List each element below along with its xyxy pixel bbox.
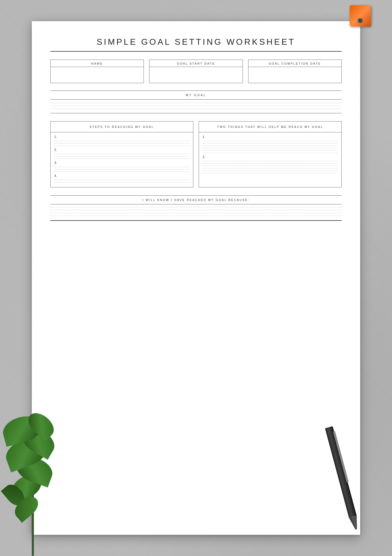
- start-date-field-box: GOAL START DATE: [149, 60, 243, 83]
- step-3-line-1: [54, 167, 189, 167]
- thing-2-number: 2.: [203, 155, 338, 159]
- name-label: NAME: [51, 60, 144, 67]
- bottom-dotted-4: [50, 216, 342, 216]
- completion-date-field-box: GOAL COMPLETION DATE: [248, 60, 342, 83]
- step-1-line-1: [54, 141, 189, 141]
- steps-box: STEPS TO REACHING MY GOAL 1. 2. 3.: [50, 121, 193, 187]
- thing-1-line-4: [203, 148, 338, 148]
- bottom-dotted-2: [50, 210, 342, 210]
- thing-2-line-6: [203, 173, 338, 173]
- step-3: 3.: [54, 161, 189, 172]
- fields-row: NAME GOAL START DATE GOAL COMPLETION DAT…: [50, 60, 342, 83]
- two-col-section: STEPS TO REACHING MY GOAL 1. 2. 3.: [50, 121, 342, 187]
- thing-1: 1.: [203, 135, 338, 153]
- step-4-line-2: [54, 182, 189, 182]
- two-things-header: TWO THINGS THAT WILL HELP ME REACH MY GO…: [199, 122, 341, 132]
- my-goal-label: MY GOAL: [50, 91, 342, 99]
- step-1-line-2: [54, 143, 189, 144]
- step-4: 4.: [54, 174, 189, 182]
- goal-dotted-line-3: [50, 109, 342, 109]
- thing-2: 2.: [203, 155, 338, 173]
- step-3-number: 3.: [54, 161, 189, 165]
- thing-1-number: 1.: [203, 135, 338, 139]
- step-2-number: 2.: [54, 148, 189, 152]
- plant-decoration: [0, 424, 79, 556]
- completion-date-input-area[interactable]: [248, 67, 341, 83]
- thing-2-line-4: [203, 168, 338, 168]
- goal-section-end-divider: [50, 113, 342, 113]
- bottom-divider: [50, 204, 342, 204]
- step-1: 1.: [54, 135, 189, 146]
- thing-1-line-2: [203, 143, 338, 144]
- name-input-area[interactable]: [51, 67, 144, 83]
- step-4-number: 4.: [54, 174, 189, 178]
- sharpener-decoration: [350, 5, 371, 32]
- step-2: 2.: [54, 148, 189, 159]
- thing-1-line-3: [203, 146, 338, 146]
- worksheet-title: SIMPLE GOAL SETTING WORKSHEET: [50, 37, 342, 47]
- bottom-dotted-3: [50, 213, 342, 213]
- step-1-number: 1.: [54, 135, 189, 139]
- goal-lines-area[interactable]: [50, 103, 342, 109]
- bottom-section: I WILL KNOW I HAVE REACHED MY GOAL BECAU…: [50, 195, 342, 221]
- step-3-line-3: [54, 172, 189, 172]
- step-1-line-3: [54, 146, 189, 146]
- step-2-line-1: [54, 154, 189, 154]
- step-4-line-1: [54, 180, 189, 180]
- completion-date-label: GOAL COMPLETION DATE: [248, 60, 341, 67]
- bottom-end-line: [50, 220, 342, 221]
- bottom-label: I WILL KNOW I HAVE REACHED MY GOAL BECAU…: [50, 196, 342, 204]
- two-things-content[interactable]: 1. 2.: [199, 132, 341, 178]
- goal-dotted-line-1: [50, 103, 342, 103]
- step-2-line-3: [54, 159, 189, 159]
- bottom-dotted-1: [50, 207, 342, 207]
- step-3-line-2: [54, 169, 189, 169]
- title-divider: [50, 51, 342, 52]
- bottom-lines-area[interactable]: [50, 207, 342, 216]
- thing-1-line-6: [203, 153, 338, 153]
- start-date-input-area[interactable]: [149, 67, 242, 83]
- steps-content[interactable]: 1. 2. 3. 4.: [51, 132, 193, 187]
- steps-header: STEPS TO REACHING MY GOAL: [51, 122, 193, 132]
- thing-2-line-2: [203, 163, 338, 164]
- thing-2-line-1: [203, 161, 338, 161]
- thing-2-line-3: [203, 166, 338, 166]
- thing-2-line-5: [203, 171, 338, 171]
- worksheet-paper: SIMPLE GOAL SETTING WORKSHEET NAME GOAL …: [32, 21, 360, 535]
- thing-1-line-1: [203, 141, 338, 141]
- step-2-line-2: [54, 156, 189, 156]
- my-goal-bottom-divider: [50, 99, 342, 100]
- two-things-box: TWO THINGS THAT WILL HELP ME REACH MY GO…: [199, 121, 342, 187]
- goal-dotted-line-2: [50, 106, 342, 106]
- thing-1-line-5: [203, 150, 338, 151]
- name-field-box: NAME: [50, 60, 144, 83]
- start-date-label: GOAL START DATE: [149, 60, 242, 67]
